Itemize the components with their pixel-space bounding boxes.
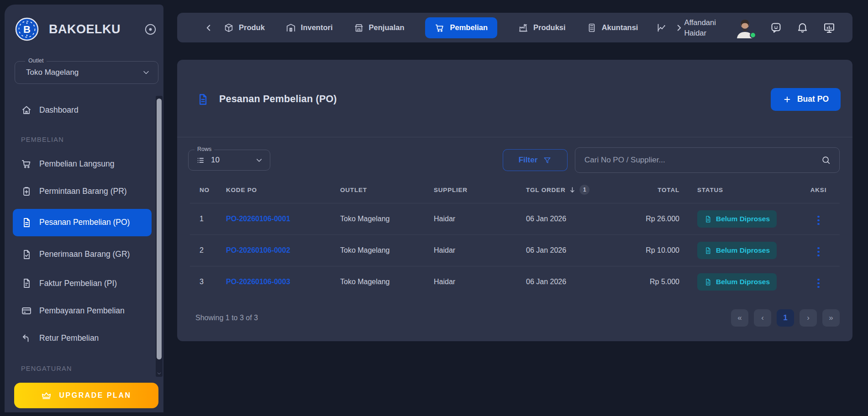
user-avatar[interactable]: [734, 17, 756, 38]
user-first-name: Affandani: [684, 17, 715, 27]
sidebar-item-retur-pembelian[interactable]: Retur Pembelian: [5, 328, 153, 348]
display-monitor-icon[interactable]: [823, 21, 836, 34]
cell-no: 3: [190, 278, 216, 286]
document-lines-icon: [21, 217, 32, 228]
tab-label: Produk: [239, 23, 265, 32]
credit-card-icon: [21, 305, 32, 316]
table-row: 2 PO-20260106-0002 Toko Magelang Haidar …: [190, 234, 840, 266]
sidebar-collapse-button[interactable]: [144, 23, 157, 36]
document-invoice-icon: [21, 278, 32, 289]
col-header-kode-po: KODE PO: [216, 187, 331, 193]
brand-name: BAKOELKU: [49, 22, 121, 36]
package-icon: [224, 23, 234, 33]
tabs-scroll-right-button[interactable]: [674, 23, 684, 33]
outlet-select-value: Toko Magelang: [26, 68, 79, 77]
table-footer: Showing 1 to 3 of 3 « ‹ 1 › »: [177, 309, 852, 327]
po-code-link[interactable]: PO-20260106-0003: [226, 278, 290, 286]
po-table: NO KODE PO OUTLET SUPPLIER TGL ORDER 1 T…: [190, 177, 840, 297]
chat-icon[interactable]: [770, 21, 782, 34]
sort-control-tgl-order[interactable]: TGL ORDER 1: [526, 185, 589, 195]
create-po-button[interactable]: Buat PO: [771, 88, 841, 111]
row-actions-kebab-icon[interactable]: [814, 245, 823, 259]
chevron-down-icon: [255, 156, 263, 165]
status-label: Belum Diproses: [716, 215, 770, 223]
filter-button[interactable]: Filter: [503, 149, 568, 171]
factory-icon: [518, 23, 528, 33]
upgrade-plan-label: UPGRADE PLAN: [59, 391, 131, 400]
po-code-link[interactable]: PO-20260106-0002: [226, 246, 290, 254]
sidebar-item-label: Pembayaran Pembelian: [39, 306, 125, 316]
tab-penjualan[interactable]: Penjualan: [354, 23, 405, 33]
document-check-icon: [21, 249, 32, 260]
tab-label: Akuntansi: [602, 23, 638, 32]
calculator-icon: [587, 23, 597, 33]
sidebar-item-pembelian-langsung[interactable]: Pembelian Langsung: [5, 154, 153, 173]
tabs-overflow: [656, 22, 684, 33]
tab-produksi[interactable]: Produksi: [518, 23, 566, 33]
status-label: Belum Diproses: [716, 246, 770, 255]
pagination: « ‹ 1 › »: [731, 309, 840, 327]
po-list-card: Pesanan Pembelian (PO) Buat PO Rows 10: [177, 60, 852, 341]
sidebar-item-label: Pesanan Pembelian (PO): [39, 217, 130, 228]
row-actions-kebab-icon[interactable]: [814, 277, 823, 290]
sidebar-item-dashboard[interactable]: Dashboard: [5, 100, 153, 120]
tab-label: Inventori: [301, 23, 333, 32]
tab-pembelian[interactable]: Pembelian: [425, 17, 497, 38]
sidebar-item-permintaan-barang[interactable]: Permintaan Barang (PR): [5, 182, 153, 201]
pagination-last-button[interactable]: »: [822, 309, 840, 327]
rows-per-page-select[interactable]: Rows 10: [188, 150, 270, 171]
row-actions-kebab-icon[interactable]: [814, 214, 823, 227]
tabs-scroll-left-button[interactable]: [204, 23, 214, 33]
sort-desc-arrow-icon: [568, 186, 577, 194]
pagination-prev-button[interactable]: ‹: [754, 309, 771, 327]
sidebar-scrollbar[interactable]: [156, 96, 163, 377]
cell-no: 2: [190, 246, 216, 255]
document-title-icon: [196, 93, 209, 106]
return-arrow-icon: [21, 333, 32, 343]
sort-priority-badge: 1: [579, 185, 589, 195]
sidebar-item-label: Dashboard: [39, 105, 79, 115]
user-name: Affandani Haidar: [684, 17, 715, 38]
tab-label: Produksi: [533, 23, 566, 32]
tab-inventori[interactable]: Inventori: [286, 23, 333, 33]
upgrade-plan-button[interactable]: UPGRADE PLAN: [14, 383, 158, 408]
search-icon[interactable]: [821, 155, 831, 165]
home-icon: [21, 104, 32, 115]
pagination-next-button[interactable]: ›: [800, 309, 817, 327]
rows-select-label: Rows: [195, 146, 214, 152]
sidebar-item-pembayaran-pembelian[interactable]: Pembayaran Pembelian: [5, 301, 153, 320]
col-header-outlet: OUTLET: [331, 187, 424, 193]
cell-total: Rp 10.000: [626, 246, 688, 255]
sidebar-item-faktur-pembelian[interactable]: Faktur Pembelian (PI): [5, 274, 153, 293]
search-box: [575, 147, 840, 173]
cart-icon: [21, 158, 32, 169]
svg-text:B: B: [23, 24, 31, 35]
pagination-page-1-button[interactable]: 1: [777, 309, 794, 327]
po-code-link[interactable]: PO-20260106-0001: [226, 215, 290, 223]
tab-produk[interactable]: Produk: [224, 23, 265, 33]
pagination-first-button[interactable]: «: [731, 309, 748, 327]
outlet-select[interactable]: Outlet Toko Magelang: [15, 61, 158, 84]
sidebar-item-pesanan-pembelian[interactable]: Pesanan Pembelian (PO): [13, 209, 152, 236]
search-input[interactable]: [584, 156, 821, 165]
sidebar-section-pembelian: PEMBELIAN: [5, 135, 153, 144]
funnel-icon: [543, 156, 552, 165]
col-header-no: NO: [190, 187, 216, 193]
warehouse-icon: [286, 23, 296, 33]
rows-select-value: 10: [211, 156, 220, 165]
cell-outlet: Toko Magelang: [331, 278, 424, 286]
table-row: 1 PO-20260106-0001 Toko Magelang Haidar …: [190, 203, 840, 234]
col-header-total: TOTAL: [626, 187, 688, 193]
scroll-down-icon[interactable]: [157, 371, 162, 376]
chart-tab-icon[interactable]: [656, 22, 667, 33]
sidebar-item-penerimaan-barang[interactable]: Penerimaan Barang (GR): [5, 241, 153, 268]
status-badge: Belum Diproses: [697, 242, 777, 259]
sidebar: B BAKOELKU Outlet Toko Magelang: [5, 5, 163, 412]
tab-akuntansi[interactable]: Akuntansi: [587, 23, 638, 33]
scrollbar-thumb[interactable]: [157, 99, 162, 359]
clipboard-plus-icon: [21, 186, 32, 197]
plus-icon: [783, 95, 792, 104]
notifications-bell-icon[interactable]: [796, 21, 809, 34]
col-header-label: TGL ORDER: [526, 187, 565, 193]
cell-no: 1: [190, 215, 216, 223]
